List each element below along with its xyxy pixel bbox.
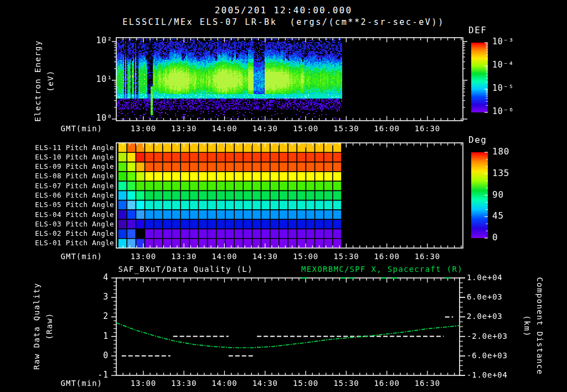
x-tick-label: 15:30 <box>329 379 363 388</box>
x-tick-label: 15:00 <box>289 379 322 388</box>
colorbar-tick-label: 10⁻⁴ <box>492 61 514 69</box>
bottom-title-right: MEXORBMC/SPF X, Spacecraft (R) <box>292 265 472 274</box>
x-tick-label: 14:30 <box>249 125 282 133</box>
pitch-row-label: ELS-05 Pitch Angle <box>17 200 114 209</box>
right-y-tick-label: -6.0e+03 <box>467 352 508 360</box>
colorbar-tick-label: 0 <box>492 233 498 241</box>
pitch-row-label: ELS-07 Pitch Angle <box>17 182 114 190</box>
right-y-tick-label: 1.0e+04 <box>467 274 503 282</box>
x-tick-label: 14:30 <box>249 379 282 388</box>
left-y-tick-label: 3 <box>78 293 109 301</box>
x-tick-label: 15:30 <box>329 252 363 261</box>
y-label-line1: Electron Energy <box>32 40 44 121</box>
pitch-angle-heatmap <box>116 143 463 248</box>
x-tick-label: 15:30 <box>329 125 363 133</box>
bottom-left-y-axis-label: Raw Data Quality (Raw) <box>30 265 56 387</box>
deg-colorbar <box>471 152 488 238</box>
x-tick-label: 13:30 <box>167 379 200 388</box>
colorbar-tick-label: 135 <box>492 169 509 177</box>
x-tick-label: 14:30 <box>249 252 282 261</box>
y-tick-label: 10⁰ <box>91 114 112 122</box>
x-tick-label: 16:00 <box>370 125 404 133</box>
gmt-label-bottom: GMT(min) <box>36 379 102 388</box>
left-y-tick-label: 2 <box>78 312 109 321</box>
left-y-tick-label: -1 <box>78 371 109 379</box>
x-tick-label: 15:00 <box>289 252 322 261</box>
pitch-row-label: ELS-04 Pitch Angle <box>17 210 114 219</box>
left-y-tick-label: 4 <box>78 274 109 282</box>
pitch-row-label: ELS-01 Pitch Angle <box>17 239 114 247</box>
deg-colorbar-title: Deg <box>468 135 487 145</box>
right-y-tick-label: -1.0e+04 <box>467 371 508 379</box>
component-distance-label-line1: Component Distance <box>533 277 546 375</box>
x-tick-label: 15:00 <box>289 125 322 133</box>
electron-energy-spectrogram <box>116 38 463 121</box>
x-tick-label: 13:30 <box>167 252 200 261</box>
spacecraft-x-curve <box>116 323 460 348</box>
x-tick-label: 13:00 <box>127 125 160 133</box>
bottom-frame <box>116 278 460 375</box>
colorbar-tick-label: 10⁻⁵ <box>492 84 514 92</box>
spectrogram-y-axis-label: Electron Energy (eV) <box>32 20 57 142</box>
x-tick-label: 16:00 <box>370 379 404 388</box>
x-tick-label: 14:00 <box>208 125 241 133</box>
pitch-row-label: ELS-06 Pitch Angle <box>17 191 114 199</box>
y-label-line2: (eV) <box>44 70 57 91</box>
colorbar-tick-label: 90 <box>492 190 504 199</box>
colorbar-tick-label: 10⁻⁶ <box>492 107 514 116</box>
gmt-label-pitch: GMT(min) <box>36 252 102 261</box>
pitch-row-label: ELS-10 Pitch Angle <box>17 153 114 161</box>
component-distance-label-line2: (km) <box>520 315 533 337</box>
x-tick-label: 14:00 <box>208 379 241 388</box>
pitch-row-label: ELS-02 Pitch Angle <box>17 229 114 238</box>
raw-quality-label-line2: (Raw) <box>43 312 56 339</box>
pitch-row-label: ELS-09 Pitch Angle <box>17 162 114 171</box>
y-tick-label: 10² <box>91 37 112 45</box>
right-y-tick-label: 2.0e+03 <box>467 312 503 321</box>
x-tick-label: 16:00 <box>370 252 404 261</box>
pitch-row-label: ELS-11 Pitch Angle <box>17 143 114 152</box>
left-y-tick-label: 0 <box>78 352 109 360</box>
gmt-label-spectrogram: GMT(min) <box>36 125 102 133</box>
pitch-row-label: ELS-08 Pitch Angle <box>17 172 114 180</box>
raw-quality-label-line1: Raw Data Quality <box>30 282 43 369</box>
x-tick-label: 16:30 <box>411 252 444 261</box>
left-y-tick-label: 1 <box>78 332 109 341</box>
page-title: 2005/201 12:40:00.000 <box>0 6 567 14</box>
def-colorbar <box>471 43 488 112</box>
right-y-tick-label: 6.0e+03 <box>467 293 503 301</box>
pitch-row-label: ELS-03 Pitch Angle <box>17 220 114 228</box>
x-tick-label: 14:00 <box>208 252 241 261</box>
x-tick-label: 13:00 <box>127 252 160 261</box>
colorbar-tick-label: 180 <box>492 147 509 156</box>
colorbar-tick-label: 10⁻³ <box>492 38 514 46</box>
colorbar-tick-label: 45 <box>492 212 504 220</box>
y-tick-label: 10¹ <box>91 75 112 84</box>
x-tick-label: 13:30 <box>167 125 200 133</box>
right-y-tick-label: -2.0e+03 <box>467 332 508 341</box>
def-colorbar-title: DEF <box>468 25 487 35</box>
els-quicklook-display: 2005/201 12:40:00.000 ELSSCIL/MEx ELS-07… <box>0 0 567 392</box>
x-tick-label: 16:30 <box>411 125 444 133</box>
bottom-right-y-axis-label: Component Distance (km) <box>520 265 546 387</box>
x-tick-label: 16:30 <box>411 379 444 388</box>
x-tick-label: 13:00 <box>127 379 160 388</box>
bottom-title-left: SAF_BXuT/Data Quality (L) <box>116 265 255 274</box>
